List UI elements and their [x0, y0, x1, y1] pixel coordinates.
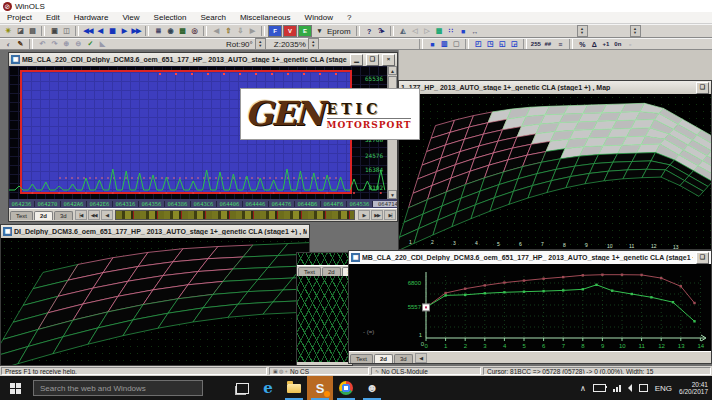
redo-icon[interactable]: ↷ [48, 39, 60, 50]
nav-first-button[interactable]: |◀ [75, 210, 87, 220]
menu-project[interactable]: Project [0, 13, 39, 22]
last-version-icon[interactable]: ▶▶ [130, 26, 142, 37]
zoom-spinner[interactable]: ▲▼ [308, 38, 319, 50]
tab-2d[interactable]: 2d [322, 267, 341, 276]
map-window-bottom-left[interactable]: ▦ DI_Delphy_DCM3.6_oem_651_177_HP_ 2013_… [0, 224, 310, 366]
map-3d-view[interactable]: 12345678910111213 [399, 94, 711, 249]
corner-bottomleft-icon[interactable]: ◱ [496, 39, 508, 50]
import-icon[interactable]: ⇧ [222, 26, 234, 37]
map-prev-icon[interactable]: ◁ [409, 26, 421, 37]
tab-3d[interactable]: 3d [394, 354, 413, 363]
nav-fast-back-button[interactable]: ◀◀ [88, 210, 100, 220]
delta-icon[interactable]: Δ [588, 39, 600, 50]
tab-2d[interactable]: 2d [34, 211, 53, 220]
view-f-icon[interactable]: F [268, 25, 282, 37]
close-button[interactable]: × [382, 54, 395, 66]
skype-app-button[interactable]: S [307, 376, 333, 400]
zero-based-icon[interactable]: 0n [612, 39, 624, 50]
map-wizard-icon[interactable]: ◭ [397, 26, 409, 37]
compare-icon[interactable]: ↔ [469, 26, 481, 37]
view-e-icon[interactable]: E [298, 25, 312, 37]
eprom-selector-label[interactable]: Eprom [327, 27, 351, 36]
corner-bottomright-icon[interactable]: ◲ [508, 39, 520, 50]
back-icon[interactable]: ◀ [210, 26, 222, 37]
spinner-1[interactable]: ▲▼ [577, 25, 588, 37]
new-project-icon[interactable]: ✳ [2, 26, 14, 37]
map-2d-view[interactable]: 012345678910111213146800555710- (=) [349, 264, 711, 351]
tab-text[interactable]: Text [298, 267, 321, 276]
network-icon[interactable] [613, 385, 621, 392]
nav-forward-button[interactable]: ▶ [358, 210, 370, 220]
select-mode-icon[interactable]: ▫ [624, 39, 636, 50]
value-bin-icon[interactable]: ≡ [554, 39, 566, 50]
forward-icon[interactable]: ▶ [246, 26, 258, 37]
nav-back-button[interactable]: ◀ [101, 210, 113, 220]
contacts-app-button[interactable]: ☻ [359, 376, 385, 400]
tab-3d[interactable]: 3d [54, 211, 73, 220]
zoom-out-icon[interactable]: ⊖ [72, 39, 84, 50]
zoom-in-icon[interactable]: ⊕ [60, 39, 72, 50]
help-icon[interactable]: ? [363, 26, 375, 37]
map-window-behind[interactable]: Text2d3d [296, 252, 353, 366]
rotation-spinner[interactable]: ▲▼ [255, 38, 266, 50]
menu-hardware[interactable]: Hardware [67, 13, 116, 22]
corner-topright-icon[interactable]: ◳ [484, 39, 496, 50]
edge-app-button[interactable]: e [255, 376, 281, 400]
tray-expand-chevron[interactable]: ∧ [580, 384, 586, 393]
eprom-dropdown-arrow[interactable]: ▾ [313, 26, 325, 37]
map-3d-view-fragment[interactable] [297, 276, 352, 362]
scroll-up-button[interactable]: ▲ [388, 66, 397, 75]
list-view-icon[interactable]: ∷ [445, 26, 457, 37]
map-pack-icon[interactable]: ▩ [176, 26, 188, 37]
nav-fast-forward-button[interactable]: ▶▶ [371, 210, 383, 220]
colors-icon[interactable]: ▩ [433, 26, 445, 37]
map-window-top-right[interactable]: 1_177_HP_ 2013_AUTO_stage 1+_genetic CLA… [398, 80, 712, 250]
nav-last-button[interactable]: ▶| [384, 210, 396, 220]
plus-one-icon[interactable]: +1 [600, 39, 612, 50]
next-version-icon[interactable]: ▶ [118, 26, 130, 37]
version-overview-icon[interactable]: ▦ [106, 26, 118, 37]
map-next-icon[interactable]: ▷ [421, 26, 433, 37]
map-window-active[interactable]: ▦ MB_CLA_220_CDI_Delphy_DCM3.6_oem_651_1… [348, 250, 712, 364]
task-view-button[interactable] [229, 376, 255, 400]
percent-icon[interactable]: % [576, 39, 588, 50]
preview-icon[interactable]: ◐ [2, 39, 14, 50]
clock[interactable]: 20:41 6/20/2017 [679, 381, 708, 395]
context-help-icon[interactable]: ?▸ [375, 26, 387, 37]
nav-back-button[interactable]: ◀ [415, 353, 427, 363]
scroll-down-button[interactable]: ▼ [388, 190, 397, 199]
menu-view[interactable]: View [115, 13, 146, 22]
window-titlebar[interactable]: ▦ DI_Delphy_DCM3.6_oem_651_177_HP_ 2013_… [1, 225, 309, 238]
tab-text[interactable]: Text [350, 354, 373, 363]
tab-2d[interactable]: 2d [374, 354, 393, 363]
view-v-icon[interactable]: V [283, 25, 297, 37]
prev-version-icon[interactable]: ◀ [94, 26, 106, 37]
menu-edit[interactable]: Edit [39, 13, 67, 22]
map-3d-view[interactable] [1, 238, 309, 365]
language-indicator[interactable]: ENG [655, 384, 672, 393]
chrome-app-button[interactable] [333, 376, 359, 400]
window-titlebar[interactable]: 1_177_HP_ 2013_AUTO_stage 1+_genetic CLA… [399, 81, 711, 94]
menu-window[interactable]: Window [298, 13, 340, 22]
action-center-icon[interactable] [639, 384, 648, 392]
corner-topleft-icon[interactable]: ◰ [472, 39, 484, 50]
menu-help[interactable]: ? [340, 13, 358, 22]
restore-button[interactable]: ❏ [696, 82, 709, 94]
app-titlebar[interactable]: ⊘ WinOLS [0, 0, 712, 12]
client-data-icon[interactable]: ◪ [14, 26, 26, 37]
edit-pen-icon[interactable]: ✎ [14, 39, 26, 50]
start-button[interactable] [0, 376, 30, 400]
selection-box-icon[interactable]: ■ [457, 26, 469, 37]
first-version-icon[interactable]: ◀◀ [82, 26, 94, 37]
spinner-2[interactable]: ▲▼ [630, 25, 641, 37]
sound-icon[interactable]: ◣ [96, 39, 108, 50]
menu-selection[interactable]: Selection [147, 13, 194, 22]
search-maps-icon[interactable]: ◉ [164, 26, 176, 37]
split-window-icon[interactable]: ◫ [60, 26, 72, 37]
tab-text[interactable]: Text [10, 211, 33, 220]
hexdump-minimap-strip[interactable] [115, 210, 355, 220]
window-titlebar[interactable]: ▦ MB_CLA_220_CDI_Delphy_DCM3.6_oem_651_1… [9, 53, 397, 66]
menu-search[interactable]: Search [194, 13, 233, 22]
new-window-icon[interactable]: ▣ [48, 26, 60, 37]
minimize-button[interactable]: ▁ [350, 54, 363, 66]
